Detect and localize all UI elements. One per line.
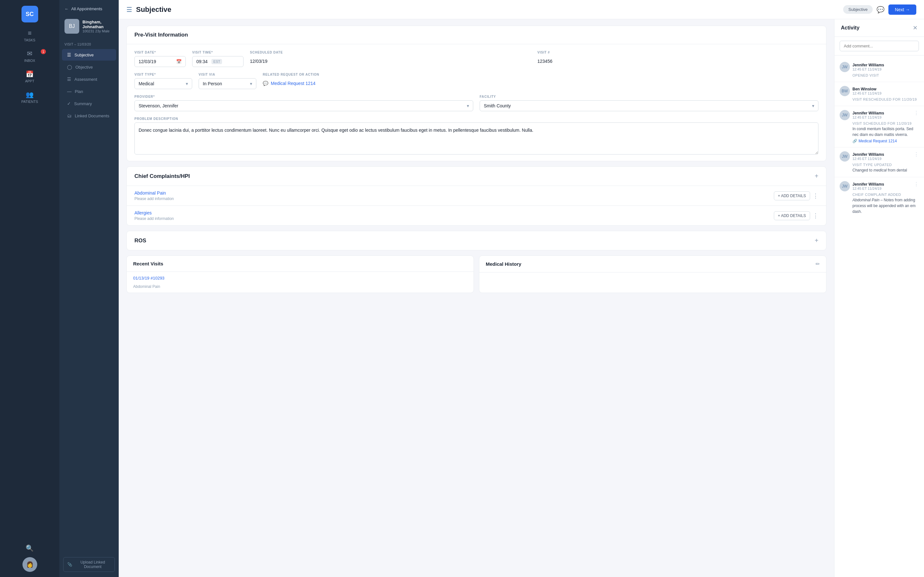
more-options-icon-4[interactable]: ⋮ (914, 151, 919, 157)
visit-link-1[interactable]: 01/13/19 #10293 (127, 272, 473, 284)
activity-desc-5: Abdominal Pain – Notes from adding proce… (853, 197, 919, 214)
chat-icon: 💬 (263, 81, 268, 86)
sidebar-item-tasks[interactable]: ≡ TASKS (0, 26, 59, 45)
related-value: 💬 Medical Request 1214 (263, 78, 819, 89)
activity-time-4: 12:45 ET 11/24/19 (853, 157, 884, 161)
objective-label: Objective (75, 65, 93, 69)
visit-num-value: 123456 (537, 56, 819, 66)
chief-complaints-header: Chief Complaints/HPI + (127, 167, 826, 185)
complaint-sub-abdominal: Please add information (134, 197, 174, 201)
search-icon[interactable]: 🔍 (0, 539, 59, 557)
activity-user-row-1: JW Jennifer Williams 12:45 ET 11/24/19 (840, 62, 919, 72)
visit-type-select[interactable]: Medical ▾ (134, 78, 192, 89)
provider-select[interactable]: Stevenson, Jennifer ▾ (134, 100, 473, 111)
next-button[interactable]: Next → (888, 5, 916, 15)
activity-header: Activity ✕ (835, 19, 924, 37)
activity-avatar-1: JW (840, 62, 850, 72)
activity-time-3: 12:45 ET 11/24/19 (853, 115, 884, 119)
upload-btn-label: Upload Linked Document (75, 560, 111, 569)
activity-time-5: 12:45 ET 11/24/19 (853, 187, 884, 190)
activity-user-row-4: JW Jennifer Williams 12:45 ET 11/24/19 ⋮ (840, 151, 919, 161)
nav-assessment[interactable]: ☰ Assessment (62, 73, 116, 85)
problem-description-input[interactable]: Donec congue lacinia dui, a porttitor le… (134, 122, 819, 155)
sidebar-item-patients[interactable]: 👥 PATIENTS (0, 87, 59, 107)
activity-avatar-3: JW (840, 110, 850, 120)
complaint-name-abdominal[interactable]: Abdominal Pain (134, 190, 174, 195)
visit-via-select[interactable]: In Person ▾ (199, 78, 256, 89)
objective-icon: ◯ (67, 64, 72, 69)
complaint-allergies: Allergies Please add information + ADD D… (127, 205, 826, 226)
top-bar-right: Subjective 💬 Next → (843, 5, 916, 15)
activity-item-2: BW Ben Winslow 12:45 ET 11/24/19 VISIT R… (835, 82, 924, 106)
content-area: Pre-Visit Information VISIT DATE* 12/03/… (119, 19, 924, 577)
linked-docs-icon: 🗂 (67, 113, 71, 118)
bottom-cards: Recent Visits 01/13/19 #10293 Abdominal … (126, 255, 827, 293)
activity-link-3[interactable]: 🔗 Medical Request 1214 (853, 139, 919, 143)
add-details-abdominal-button[interactable]: + ADD DETAILS (774, 191, 810, 200)
problem-label: PROBLEM DESCRIPTION (134, 117, 819, 121)
add-details-allergies-button[interactable]: + ADD DETAILS (774, 211, 810, 220)
comment-input[interactable] (840, 41, 919, 51)
assessment-icon: ☰ (67, 77, 71, 82)
provider-value: Stevenson, Jennifer (139, 103, 178, 108)
form-row-type: VISIT TYPE* Medical ▾ VISIT VIA In Perso… (134, 73, 819, 89)
close-activity-button[interactable]: ✕ (913, 24, 918, 31)
nav-linked-documents[interactable]: 🗂 Linked Documents (62, 110, 116, 121)
activity-name-1: Jennifer Williams (853, 63, 884, 67)
app-logo: SC (21, 6, 38, 23)
chevron-down-icon-via: ▾ (250, 81, 252, 86)
chevron-down-icon-provider: ▾ (467, 103, 469, 108)
visit-time-input[interactable]: 09:34 EST (192, 56, 244, 67)
link-icon-3: 🔗 (853, 139, 857, 143)
provider-label: PROVIDER* (134, 95, 473, 98)
visit-type-value: Medical (139, 81, 154, 86)
facility-label: FACILITY (480, 95, 819, 98)
more-options-icon-5[interactable]: ⋮ (914, 181, 919, 187)
visit-date-input[interactable]: 12/03/19 📅 (134, 56, 186, 67)
nav-summary[interactable]: ✓ Summary (62, 98, 116, 109)
complaint-info-abdominal: Abdominal Pain Please add information (134, 190, 174, 201)
activity-name-3: Jennifer Williams (853, 111, 884, 115)
recent-visits-header: Recent Visits (127, 256, 473, 272)
more-options-allergies-button[interactable]: ⋮ (813, 212, 819, 219)
patients-label: PATIENTS (21, 100, 38, 103)
problem-description-group: PROBLEM DESCRIPTION Donec congue lacinia… (134, 117, 819, 155)
facility-select[interactable]: Smith County ▾ (480, 100, 819, 111)
more-options-icon-3[interactable]: ⋮ (914, 110, 919, 116)
visit-date-label: VISIT DATE* (134, 51, 186, 54)
add-ros-button[interactable]: + (814, 237, 819, 244)
back-link[interactable]: ← All Appointments (59, 0, 119, 15)
scheduled-date-label: SCHEDULED DATE (250, 51, 531, 54)
back-link-label: All Appointments (71, 6, 102, 11)
sidebar-item-appt[interactable]: 📅 APPT (0, 67, 59, 86)
visit-num-label: VISIT # (537, 51, 819, 54)
top-bar-left: ☰ Subjective (126, 5, 171, 14)
medical-history-edit-icon[interactable]: ✏ (816, 261, 820, 267)
medical-history-card: Medical History ✏ (479, 255, 827, 293)
activity-item-5: JW Jennifer Williams 12:45 ET 11/24/19 ⋮… (835, 177, 924, 218)
patient-info: BJ Bingham, Johnathan 100231 23y Male (59, 15, 119, 37)
nav-subjective[interactable]: ☰ Subjective (62, 49, 116, 61)
provider-group: PROVIDER* Stevenson, Jennifer ▾ (134, 95, 473, 111)
summary-label: Summary (74, 101, 92, 106)
nav-objective[interactable]: ◯ Objective (62, 61, 116, 73)
upload-linked-document-button[interactable]: 📎 Upload Linked Document (63, 557, 115, 572)
complaint-actions-allergies: + ADD DETAILS ⋮ (774, 211, 819, 220)
medical-history-title: Medical History (486, 261, 521, 267)
visit-via-label: VISIT VIA (199, 73, 256, 76)
activity-user-info-2: BW Ben Winslow 12:45 ET 11/24/19 (840, 86, 881, 96)
complaint-sub-allergies: Please add information (134, 216, 174, 221)
visit-via-group: VISIT VIA In Person ▾ (199, 73, 256, 89)
add-complaint-button[interactable]: + (814, 172, 819, 180)
ros-card: ROS + (126, 231, 827, 250)
sidebar-item-inbox[interactable]: ✉ 1 INBOX (0, 47, 59, 66)
activity-user-row-3: JW Jennifer Williams 12:45 ET 11/24/19 ⋮ (840, 110, 919, 120)
complaint-name-allergies[interactable]: Allergies (134, 210, 174, 215)
activity-name-5: Jennifer Williams (853, 182, 884, 187)
comment-icon[interactable]: 💬 (877, 6, 885, 13)
more-options-abdominal-button[interactable]: ⋮ (813, 192, 819, 199)
nav-plan[interactable]: — Plan (62, 85, 116, 97)
activity-user-info-4: JW Jennifer Williams 12:45 ET 11/24/19 (840, 151, 884, 161)
upload-icon: 📎 (67, 562, 72, 567)
related-link[interactable]: Medical Request 1214 (271, 81, 315, 86)
